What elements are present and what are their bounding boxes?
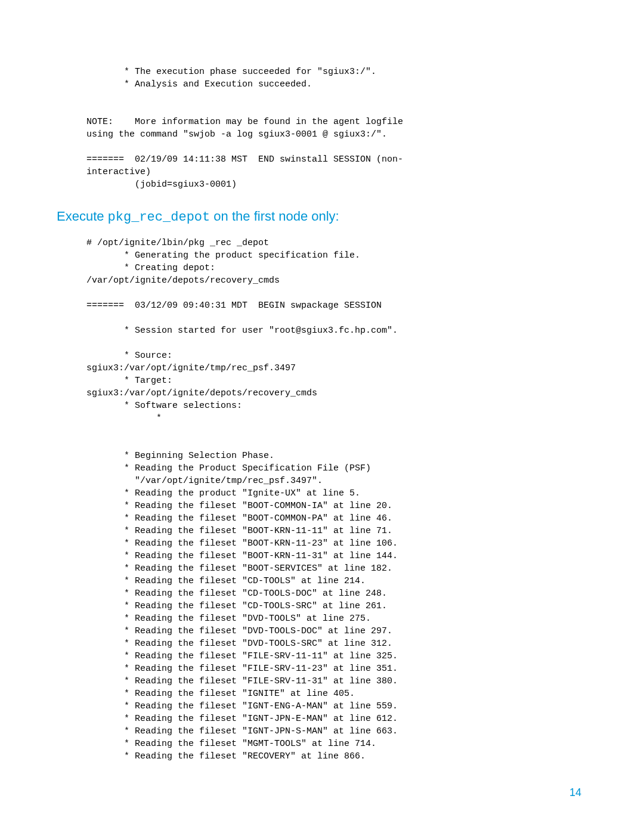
code-block-1: * The execution phase succeeded for "sgi… xyxy=(86,66,587,191)
document-page: * The execution phase succeeded for "sgi… xyxy=(0,0,644,829)
heading-suffix: on the first node only: xyxy=(210,209,339,224)
heading-prefix: Execute xyxy=(57,209,108,224)
code-block-2: # /opt/ignite/lbin/pkg _rec _depot * Gen… xyxy=(86,237,587,763)
page-number: 14 xyxy=(57,786,587,799)
section-heading: Execute pkg_rec_depot on the first node … xyxy=(57,209,587,225)
heading-mono: pkg_rec_depot xyxy=(108,210,210,225)
